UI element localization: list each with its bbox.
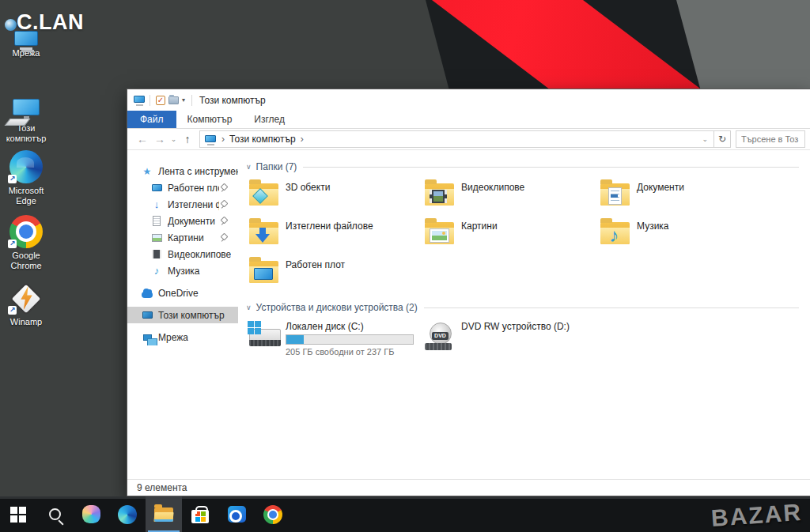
- dvd-badge-label: DVD: [432, 332, 449, 340]
- downloads-icon: [151, 199, 162, 210]
- pictures-icon: [151, 232, 162, 243]
- drive-label: Локален диск (C:): [286, 321, 414, 332]
- site-watermark-top: C.LAN: [17, 10, 84, 35]
- navigation-pane: Лента с инструменти Работен плот Изтегле…: [127, 150, 238, 479]
- this-pc-icon: [142, 310, 153, 321]
- sidebar-item-onedrive[interactable]: OneDrive: [127, 285, 238, 301]
- file-explorer-icon: [154, 507, 173, 522]
- disk-usage-bar: [286, 334, 414, 345]
- title-bar[interactable]: ✓ ▾ Този компютър: [127, 89, 810, 111]
- taskbar-copilot-button[interactable]: [73, 496, 109, 532]
- forward-button[interactable]: →: [151, 133, 168, 145]
- collapse-chevron-icon[interactable]: ∨: [246, 304, 252, 311]
- group-header-devices[interactable]: ∨ Устройства и дискови устройства (2): [246, 302, 799, 313]
- sidebar-item-quick-access[interactable]: Лента с инструменти: [127, 163, 238, 179]
- folder-tile-videos[interactable]: Видеоклипове: [423, 178, 599, 217]
- pin-icon: [219, 217, 227, 225]
- taskbar-chrome-button[interactable]: [255, 496, 291, 532]
- copilot-icon: [82, 505, 100, 523]
- sidebar-item-videos[interactable]: Видеоклипове: [127, 246, 238, 262]
- sidebar-item-pictures[interactable]: Картини: [127, 229, 238, 246]
- desktop-folder-icon: [151, 183, 162, 194]
- properties-quick-icon[interactable]: ✓: [154, 94, 167, 107]
- taskbar-search-button[interactable]: [36, 496, 73, 532]
- up-button[interactable]: ↑: [179, 133, 196, 145]
- folder-tile-desktop[interactable]: Работен плот: [248, 255, 423, 294]
- winamp-icon: ↗: [0, 278, 52, 315]
- desktop-icon-chrome[interactable]: ↗ Google Chrome: [0, 212, 52, 271]
- shortcut-arrow-icon: ↗: [8, 240, 17, 248]
- chrome-icon: ↗: [0, 212, 52, 248]
- download-arrow-icon: [255, 228, 270, 243]
- quick-access-star-icon: [142, 166, 153, 177]
- hard-drive-icon: [248, 319, 284, 354]
- sidebar-item-desktop[interactable]: Работен плот: [127, 179, 238, 196]
- windows-flag-icon: [248, 321, 261, 334]
- outlook-icon: [228, 506, 246, 523]
- videos-icon: [151, 249, 162, 260]
- network-icon: [142, 332, 153, 343]
- navigation-bar: ← → ⌄ ↑ › Този компютър › ⌄ ↻: [127, 129, 810, 150]
- start-button[interactable]: [0, 496, 36, 532]
- music-icon: ♪: [151, 266, 162, 277]
- onedrive-icon: [142, 288, 153, 299]
- window-title: Този компютър: [199, 95, 266, 106]
- desktop-icon-winamp[interactable]: ↗ Winamp: [0, 278, 52, 327]
- folder-tile-documents[interactable]: Документи: [599, 178, 774, 217]
- new-folder-quick-icon[interactable]: [167, 94, 180, 107]
- desktop-icon-label: Winamp: [0, 317, 52, 327]
- sidebar-item-music[interactable]: ♪ Музика: [127, 262, 238, 279]
- microsoft-store-icon: [191, 510, 209, 523]
- quick-access-toolbar-dropdown-icon[interactable]: ▾: [182, 96, 185, 104]
- shortcut-arrow-icon: ↗: [8, 306, 17, 315]
- document-icon: [608, 187, 622, 205]
- search-icon: [49, 508, 61, 520]
- picture-icon: [430, 229, 449, 242]
- sidebar-item-network[interactable]: Мрежа: [127, 329, 238, 345]
- collapse-chevron-icon[interactable]: ∨: [246, 163, 252, 171]
- edge-icon: [118, 505, 137, 524]
- breadcrumb-separator[interactable]: ›: [301, 134, 304, 145]
- drive-label: DVD RW устройство (D:): [461, 321, 570, 332]
- taskbar-file-explorer-button[interactable]: [146, 496, 182, 532]
- taskbar-outlook-button[interactable]: [218, 496, 255, 532]
- search-input[interactable]: [736, 130, 805, 148]
- taskbar-store-button[interactable]: [182, 496, 218, 532]
- address-dropdown-icon[interactable]: ⌄: [698, 135, 712, 143]
- status-bar: 9 елемента: [127, 479, 810, 496]
- breadcrumb[interactable]: Този компютър: [229, 134, 296, 145]
- drive-tile-local-disk-c[interactable]: Локален диск (C:) 205 ГБ свободни от 237…: [248, 319, 423, 356]
- folder-tile-downloads[interactable]: Изтеглени файлове: [248, 217, 423, 255]
- address-bar[interactable]: › Този компютър › ⌄: [199, 130, 714, 148]
- filmstrip-icon: [430, 190, 447, 203]
- folder-tile-3d-objects[interactable]: 3D обекти: [248, 178, 423, 217]
- breadcrumb-pc-icon: [204, 133, 217, 145]
- edge-icon: ↗: [0, 147, 52, 183]
- pin-icon: [219, 234, 227, 242]
- tab-view[interactable]: Изглед: [243, 111, 296, 128]
- taskbar-edge-button[interactable]: [109, 496, 146, 532]
- pin-icon: [219, 201, 227, 209]
- recent-locations-icon[interactable]: ⌄: [168, 135, 179, 143]
- computer-icon: [0, 79, 52, 115]
- desktop-icon-label: Microsoft Edge: [0, 186, 52, 206]
- documents-icon: [151, 216, 162, 227]
- taskbar: [0, 496, 810, 532]
- desktop-icon-edge[interactable]: ↗ Microsoft Edge: [0, 147, 52, 206]
- sidebar-item-downloads[interactable]: Изтеглени файл: [127, 196, 238, 213]
- folder-tile-pictures[interactable]: Картини: [423, 217, 599, 255]
- drive-tile-dvd-rw[interactable]: DVD DVD RW устройство (D:): [423, 319, 599, 356]
- file-list-pane: ∨ Папки (7) 3D обекти Видеоклипове Докум…: [238, 150, 810, 479]
- folder-tile-music[interactable]: ♪ Музика: [599, 217, 774, 255]
- sidebar-item-this-pc[interactable]: Този компютър: [127, 307, 238, 323]
- group-header-folders[interactable]: ∨ Папки (7): [246, 161, 799, 172]
- globe-icon: [5, 19, 17, 31]
- refresh-button[interactable]: ↻: [714, 130, 731, 148]
- tab-computer[interactable]: Компютър: [176, 111, 244, 128]
- tab-file[interactable]: Файл: [127, 111, 176, 128]
- ribbon-tabs: Файл Компютър Изглед: [127, 111, 810, 129]
- desktop-icon-label: Google Chrome: [0, 251, 52, 271]
- back-button[interactable]: ←: [134, 133, 151, 145]
- desktop-icon-this-pc[interactable]: Този компютър: [0, 79, 52, 144]
- sidebar-item-documents[interactable]: Документи: [127, 213, 238, 229]
